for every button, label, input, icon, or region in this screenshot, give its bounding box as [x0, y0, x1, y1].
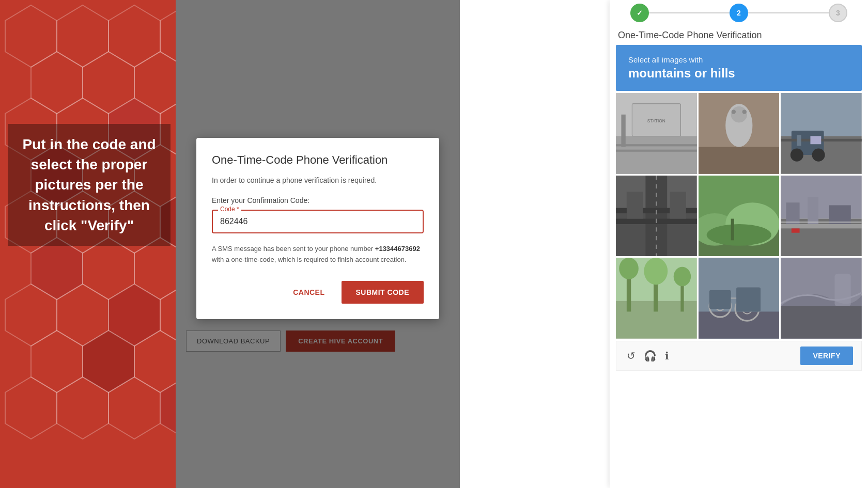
captcha-verify-button[interactable]: VERIFY: [800, 347, 853, 365]
captcha-info-button[interactable]: ℹ: [663, 348, 671, 364]
svg-rect-67: [621, 115, 625, 147]
captcha-image-grid: STATION: [616, 93, 862, 339]
svg-rect-106: [781, 221, 862, 223]
svg-rect-107: [792, 228, 800, 232]
svg-rect-122: [709, 290, 731, 309]
svg-text:STATION: STATION: [647, 118, 665, 123]
svg-rect-85: [811, 136, 822, 145]
captcha-banner-main: mountains or hills: [628, 66, 849, 81]
sms-suffix: with a one-time-code, which is required …: [212, 256, 406, 263]
captcha-banner-sub: Select all images with: [628, 55, 849, 64]
code-input-wrapper: Code *: [212, 210, 424, 233]
instruction-box: Put in the code and select the proper pi…: [8, 124, 171, 246]
svg-point-81: [791, 149, 803, 162]
step-indicators: ✓ 2 3: [610, 0, 868, 26]
svg-rect-73: [699, 147, 780, 174]
modal-dialog: One-Time-Code Phone Verification In orde…: [196, 138, 439, 319]
svg-rect-104: [808, 197, 819, 224]
svg-rect-93: [670, 192, 686, 218]
svg-marker-8: [31, 52, 83, 114]
svg-marker-2: [109, 5, 160, 67]
svg-rect-69: [616, 150, 697, 152]
svg-point-82: [812, 149, 825, 162]
svg-rect-68: [616, 144, 697, 146]
cancel-button[interactable]: CANCEL: [281, 281, 337, 304]
phone-number: +13344673692: [375, 245, 420, 253]
code-input[interactable]: [213, 211, 423, 232]
svg-rect-105: [829, 205, 851, 224]
svg-rect-127: [835, 274, 851, 307]
captcha-image-4[interactable]: [616, 176, 697, 257]
captcha-image-5[interactable]: [699, 176, 780, 257]
svg-marker-58: [5, 377, 57, 439]
svg-point-75: [731, 106, 747, 122]
sms-info: A SMS message has been sent to your phon…: [212, 244, 424, 265]
svg-rect-99: [731, 218, 734, 240]
audio-icon: 🎧: [644, 350, 657, 361]
svg-point-115: [674, 267, 691, 287]
step-1: ✓: [630, 4, 649, 22]
svg-rect-78: [781, 93, 862, 136]
svg-point-113: [644, 258, 668, 285]
svg-rect-123: [736, 288, 761, 312]
submit-code-button[interactable]: SUBMIT CODE: [342, 281, 424, 304]
modal-buttons: CANCEL SUBMIT CODE: [212, 281, 424, 304]
modal-overlay: One-Time-Code Phone Verification In orde…: [176, 0, 460, 488]
svg-rect-66: [616, 136, 697, 174]
svg-point-98: [706, 224, 771, 246]
svg-point-76: [731, 109, 735, 114]
captcha-refresh-button[interactable]: ↺: [625, 348, 638, 364]
step-2: 2: [730, 4, 748, 22]
step-3: 3: [829, 4, 847, 22]
svg-rect-102: [781, 224, 862, 228]
svg-rect-103: [786, 202, 800, 224]
svg-rect-126: [781, 306, 862, 339]
captcha-image-8[interactable]: [699, 258, 780, 339]
modal-title: One-Time-Code Phone Verification: [212, 153, 424, 167]
captcha-image-7[interactable]: [616, 258, 697, 339]
step-line-2: [748, 12, 829, 13]
svg-point-111: [619, 258, 639, 279]
captcha-controls: ↺ 🎧 ℹ VERIFY: [616, 341, 862, 371]
captcha-banner: Select all images with mountains or hill…: [616, 45, 862, 91]
input-field-label: Code *: [218, 206, 241, 213]
step-line-1: [649, 12, 730, 13]
svg-rect-92: [627, 192, 643, 218]
captcha-image-6[interactable]: [781, 176, 862, 257]
svg-marker-37: [31, 238, 83, 300]
svg-marker-0: [5, 5, 57, 67]
captcha-image-1[interactable]: STATION: [616, 93, 697, 174]
info-icon: ℹ: [665, 350, 669, 361]
refresh-icon: ↺: [627, 350, 636, 361]
modal-description: In order to continue a phone verificatio…: [212, 175, 424, 186]
svg-marker-1: [57, 5, 109, 67]
instruction-text: Put in the code and select the proper pi…: [22, 136, 156, 233]
svg-marker-51: [31, 330, 83, 392]
captcha-audio-button[interactable]: 🎧: [642, 348, 659, 364]
captcha-panel: ✓ 2 3 One-Time-Code Phone Verification S…: [610, 0, 868, 488]
svg-rect-117: [699, 312, 780, 339]
captcha-image-9[interactable]: [781, 258, 862, 339]
captcha-image-3[interactable]: [781, 93, 862, 174]
captcha-image-2[interactable]: [699, 93, 780, 174]
modal-label: Enter your Confirmation Code:: [212, 196, 424, 204]
captcha-title: One-Time-Code Phone Verification: [610, 26, 868, 43]
svg-rect-84: [797, 135, 801, 146]
svg-point-77: [742, 109, 746, 114]
sms-prefix: A SMS message has been sent to your phon…: [212, 245, 375, 253]
